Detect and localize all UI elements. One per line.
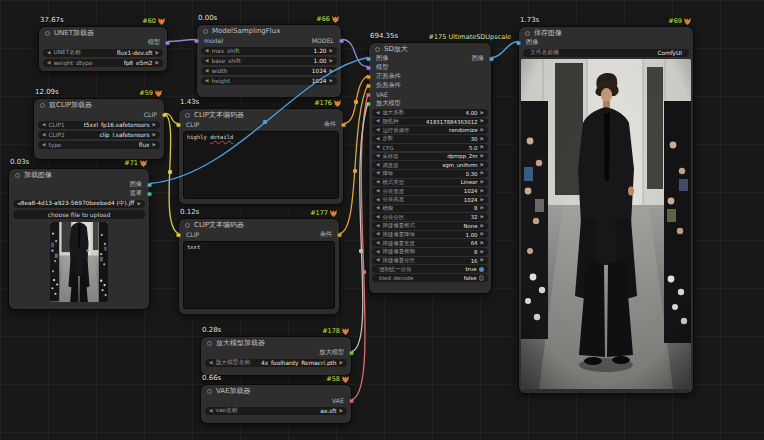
widget-mask-blur[interactable]: 模糊8 [372, 205, 488, 213]
next-arrow-icon[interactable] [481, 163, 484, 168]
input-slot-model[interactable] [366, 65, 371, 70]
prev-arrow-icon[interactable] [209, 409, 212, 414]
next-arrow-icon[interactable] [330, 79, 333, 84]
widget-type[interactable]: typeflux [38, 141, 160, 150]
widget-image-filename[interactable]: 8ea8-4d13-a923-56970beebed4 (中).jff [13, 200, 145, 209]
input-slot-clip[interactable] [176, 232, 181, 237]
loaded-image-thumbnail[interactable] [50, 222, 108, 302]
next-arrow-icon[interactable] [481, 250, 484, 255]
widget-mode-type[interactable]: 模式类型Linear [372, 179, 488, 187]
next-arrow-icon[interactable] [481, 180, 484, 185]
node-load-image[interactable]: 0.03s #71 加载图像 图像 遮罩 8ea8-4d13-a923-5697… [8, 168, 150, 310]
link-dot[interactable] [359, 249, 363, 253]
collapse-dot-icon[interactable] [375, 47, 380, 52]
node-upscale-model-loader[interactable]: 0.28s #178 放大模型加载器 放大模型 放大模型名称4x_foolhar… [200, 336, 352, 376]
prompt-textarea[interactable]: highly detaild [183, 131, 339, 199]
node-title-bar[interactable]: CLIP文本编码器 [179, 219, 339, 230]
link-dot[interactable] [168, 170, 172, 174]
choose-file-button[interactable]: choose file to upload [13, 210, 145, 219]
next-arrow-icon[interactable] [481, 171, 484, 176]
collapse-dot-icon[interactable] [185, 113, 190, 118]
prev-arrow-icon[interactable] [376, 232, 379, 237]
prev-arrow-icon[interactable] [376, 224, 379, 229]
prev-arrow-icon[interactable] [205, 59, 208, 64]
next-arrow-icon[interactable] [481, 145, 484, 150]
collapse-dot-icon[interactable] [40, 103, 45, 108]
widget-sampler[interactable]: 采样器dpmpp_2m [372, 153, 488, 161]
next-arrow-icon[interactable] [156, 61, 159, 66]
next-arrow-icon[interactable] [481, 198, 484, 203]
next-arrow-icon[interactable] [481, 258, 484, 263]
widget-seam-fix-width[interactable]: 接缝修复宽度64 [372, 239, 488, 247]
next-arrow-icon[interactable] [481, 111, 484, 116]
prev-arrow-icon[interactable] [205, 79, 208, 84]
next-arrow-icon[interactable] [330, 49, 333, 54]
saved-image-preview[interactable] [521, 59, 691, 389]
input-slot-upscale-model[interactable] [366, 101, 371, 106]
input-slot-clip[interactable] [176, 122, 181, 127]
output-slot-image[interactable] [489, 56, 494, 61]
next-arrow-icon[interactable] [481, 206, 484, 211]
prev-arrow-icon[interactable] [376, 250, 379, 255]
widget-vae-name[interactable]: vae名称ae.sft [205, 407, 347, 416]
prev-arrow-icon[interactable] [376, 154, 379, 159]
widget-clip2[interactable]: CLIP2clip_l.safetensors [38, 131, 160, 140]
next-arrow-icon[interactable] [481, 128, 484, 133]
widget-seed[interactable]: 随机种418317884363012 [372, 118, 488, 126]
collapse-dot-icon[interactable] [15, 173, 20, 178]
widget-seam-fix-mode[interactable]: 接缝修复模式None [372, 222, 488, 230]
prev-arrow-icon[interactable] [376, 198, 379, 203]
collapse-dot-icon[interactable] [207, 389, 212, 394]
next-arrow-icon[interactable] [481, 224, 484, 229]
output-slot-model[interactable] [165, 40, 170, 45]
widget-seam-fix-denoise[interactable]: 接缝修复降噪1.00 [372, 231, 488, 239]
link-dot[interactable] [354, 100, 358, 104]
output-slot-conditioning[interactable] [341, 122, 346, 127]
next-arrow-icon[interactable] [153, 123, 156, 128]
next-arrow-icon[interactable] [340, 361, 343, 366]
collapse-dot-icon[interactable] [45, 31, 50, 36]
prev-arrow-icon[interactable] [376, 171, 379, 176]
node-dual-clip-loader[interactable]: 12.09s #59 双CLIP加载器 CLIP CLIP1t5xxl_fp16… [33, 98, 165, 160]
collapse-dot-icon[interactable] [207, 341, 212, 346]
output-slot-model[interactable] [339, 38, 344, 43]
widget-clip1[interactable]: CLIP1t5xxl_fp16.safetensors [38, 121, 160, 130]
widget-height[interactable]: height1024 [201, 77, 337, 86]
prev-arrow-icon[interactable] [376, 137, 379, 142]
widget-seam-fix-mask-blur[interactable]: 接缝修复模糊8 [372, 248, 488, 256]
toggle-knob[interactable] [479, 267, 485, 273]
node-title-bar[interactable]: 双CLIP加载器 [34, 99, 164, 110]
widget-base-shift[interactable]: base_shift1.00 [201, 57, 337, 66]
prev-arrow-icon[interactable] [42, 143, 45, 148]
widget-tile-padding[interactable]: 分块分区32 [372, 213, 488, 221]
link-dot[interactable] [353, 169, 357, 173]
next-arrow-icon[interactable] [153, 133, 156, 138]
widget-upscale-by[interactable]: 放大系数4.00 [372, 109, 488, 117]
node-save-image[interactable]: 1.73s #69 保存图像 图像 文件名前缀ComfyUI [518, 26, 694, 394]
output-slot-clip[interactable] [162, 112, 167, 117]
prev-arrow-icon[interactable] [376, 189, 379, 194]
next-arrow-icon[interactable] [481, 137, 484, 142]
input-slot-vae[interactable] [366, 92, 371, 97]
prev-arrow-icon[interactable] [42, 123, 45, 128]
output-slot-vae[interactable] [349, 398, 354, 403]
prev-arrow-icon[interactable] [47, 61, 50, 66]
prev-arrow-icon[interactable] [205, 69, 208, 74]
input-slot-positive[interactable] [366, 74, 371, 79]
node-model-sampling-flux[interactable]: 0.00s #66 ModelSamplingFlux modelMODEL m… [196, 24, 342, 98]
widget-force-uniform-tiles[interactable]: 强制统一分块true [372, 265, 488, 273]
widget-weight-dtype[interactable]: weight_dtypefp8_e5m2 [43, 59, 163, 68]
next-arrow-icon[interactable] [481, 189, 484, 194]
input-slot-negative[interactable] [366, 83, 371, 88]
prev-arrow-icon[interactable] [376, 145, 379, 150]
collapse-dot-icon[interactable] [203, 29, 208, 34]
prev-arrow-icon[interactable] [42, 133, 45, 138]
widget-upscale-model-name[interactable]: 放大模型名称4x_foolhardy_Remacri.pth [205, 359, 347, 368]
node-clip-text-encode-negative[interactable]: 0.12s #177 CLIP文本编码器 CLIP条件 text [178, 218, 340, 315]
prev-arrow-icon[interactable] [47, 51, 50, 56]
node-ultimate-sd-upscale[interactable]: 694.35s #175 UltimateSDUpscale SD放大 图像图像… [368, 42, 492, 294]
widget-scheduler[interactable]: 调度器sgm_uniform [372, 161, 488, 169]
next-arrow-icon[interactable] [481, 241, 484, 246]
prev-arrow-icon[interactable] [376, 258, 379, 263]
next-arrow-icon[interactable] [481, 119, 484, 124]
